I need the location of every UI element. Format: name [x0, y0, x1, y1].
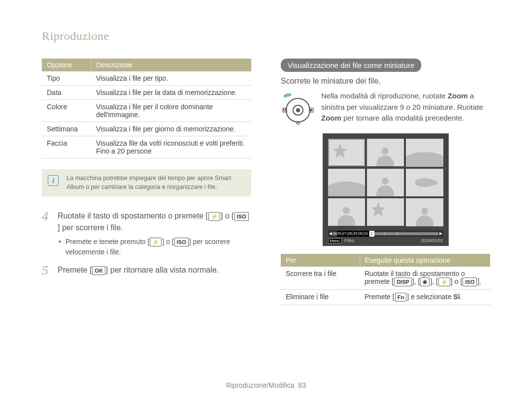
- flash-key-icon: ⚡: [438, 278, 450, 286]
- step4-sub-pre: Premete e tenete premuto [: [66, 238, 149, 246]
- r2-post: .: [460, 293, 462, 301]
- timeline-left-arrow-icon: ◀: [328, 231, 333, 236]
- thumbnail: [328, 139, 365, 166]
- thumbnails-intro: Scorrete le miniature dei file.: [281, 77, 490, 86]
- iso-key-icon: ISO: [234, 212, 249, 221]
- table-row: Settimana Visualizza i file per giorno d…: [42, 122, 251, 136]
- step-4: 4 Ruotate il tasto di spostamento o prem…: [42, 210, 251, 257]
- thumbnail: [406, 139, 443, 167]
- action-do-delete: Premete [Fn] e selezionate Sì.: [360, 289, 490, 305]
- two-column-layout: Opzione Descrizione Tipo Visualizza i fi…: [42, 59, 490, 305]
- timeline-tick: 31: [364, 231, 369, 237]
- options-table: Opzione Descrizione Tipo Visualizza i fi…: [42, 59, 251, 158]
- iso-key-icon: ISO: [463, 278, 477, 286]
- macro-key-icon: ❀: [420, 278, 430, 286]
- note-icon: i: [48, 175, 59, 186]
- opt-tipo: Tipo: [42, 71, 91, 86]
- thumbnails-heading-pill: Visualizzazione dei file come miniature: [281, 59, 421, 72]
- timeline-tick: 26: [337, 231, 342, 237]
- left-column: Opzione Descrizione Tipo Visualizza i fi…: [42, 59, 251, 305]
- footer-page-number: 83: [298, 381, 306, 389]
- action-per-delete: Eliminare i file: [281, 289, 360, 305]
- flash-key-icon: ⚡: [208, 212, 220, 221]
- thumbnail: [367, 198, 404, 226]
- opt-colore: Colore: [42, 100, 91, 122]
- thumbnail-grid: [328, 139, 443, 226]
- actions-head-do: Eseguite questa operazione: [360, 254, 490, 267]
- r2-si: Sì: [453, 293, 460, 301]
- opt-data: Data: [42, 86, 91, 100]
- ok-key-icon: OK: [92, 266, 105, 275]
- r1-post: ].: [477, 278, 481, 285]
- zoom-row: Nella modalità di riproduzione, ruotate …: [281, 91, 490, 126]
- table-row: Scorrere tra i file Ruotate il tasto di …: [281, 267, 490, 290]
- desc-faccia: Visualizza file da volti riconosciuti e …: [91, 136, 251, 158]
- opt-settimana: Settimana: [42, 122, 91, 136]
- menu-button-icon: Menu: [328, 238, 342, 244]
- camera-screen-preview: ◀ ▶ 26 27 28 29 30 31 1 2 3 Menu: [323, 133, 449, 246]
- timeline-bar: ◀ ▶ 26 27 28 29 30 31 1 2 3: [328, 230, 443, 237]
- timeline-tick: 30: [359, 231, 364, 237]
- thumbnail: [406, 169, 443, 197]
- thumbnail: [328, 169, 365, 196]
- step-5: 5 Premete [OK] per ritornare alla vista …: [42, 264, 251, 277]
- footer-label: Riproduzione/Modifica: [226, 381, 295, 389]
- svg-point-2: [296, 108, 300, 112]
- step4-sub: Premete e tenete premuto [⚡] o [ISO] per…: [58, 237, 251, 257]
- iso-key-icon: ISO: [174, 238, 189, 247]
- thumbnail: [367, 169, 404, 196]
- flash-key-icon: ⚡: [150, 238, 162, 247]
- step4-text-post: ] per scorrere i file.: [58, 223, 123, 232]
- r1-mid2: ], [: [430, 278, 438, 285]
- zoom-instruction: Nella modalità di riproduzione, ruotate …: [321, 91, 490, 124]
- step4-text-pre: Ruotate il tasto di spostamento o premet…: [58, 212, 208, 220]
- desc-tipo: Visualizza i file per tipo.: [91, 71, 251, 86]
- options-head-descrizione: Descrizione: [91, 59, 251, 71]
- desc-colore: Visualizza i file per il colore dominant…: [91, 100, 251, 122]
- page-footer: Riproduzione/Modifica 83: [0, 381, 532, 389]
- steps-list: 4 Ruotate il tasto di spostamento o prem…: [42, 210, 251, 277]
- timeline-tick: 29: [353, 231, 358, 237]
- actions-table: Per Eseguite questa operazione Scorrere …: [281, 254, 490, 306]
- step-body: Ruotate il tasto di spostamento o premet…: [58, 210, 251, 257]
- screen-date: 2010/01/01: [421, 238, 443, 243]
- timeline-tick: 2: [375, 231, 395, 237]
- svg-rect-9: [310, 109, 312, 111]
- section-title: Riproduzione: [42, 30, 490, 43]
- svg-rect-5: [285, 109, 286, 110]
- timeline-ticks: 26 27 28 29 30 31 1 2 3: [337, 231, 400, 237]
- timeline-tick-active: 1: [369, 231, 374, 237]
- svg-rect-7: [285, 110, 286, 111]
- desc-settimana: Visualizza i file per giorno di memorizz…: [91, 122, 251, 136]
- r2-pre: Premete [: [365, 293, 395, 301]
- right-column: Visualizzazione dei file come miniature …: [281, 59, 490, 305]
- zoom-b1: Zoom: [448, 92, 468, 100]
- action-do-scroll: Ruotate il tasto di spostamento o premet…: [360, 267, 490, 290]
- filter-label: Filtro: [344, 238, 354, 243]
- table-row: Faccia Visualizza file da volti riconosc…: [42, 136, 251, 158]
- disp-key-icon: DISP: [394, 278, 412, 286]
- timeline-tick: 28: [348, 231, 353, 237]
- timeline-right-arrow-icon: ▶: [438, 231, 443, 236]
- step5-text-post: ] per ritornare alla vista normale.: [106, 266, 219, 274]
- note-text: La macchina potrebbe impiegare del tempo…: [66, 175, 231, 190]
- step-number: 4: [42, 210, 53, 257]
- table-row: Colore Visualizza i file per il colore d…: [42, 100, 251, 122]
- svg-rect-4: [283, 109, 284, 110]
- svg-rect-6: [283, 110, 284, 111]
- table-row: Tipo Visualizza i file per tipo.: [42, 71, 251, 86]
- zoom-p1: Nella modalità di riproduzione, ruotate: [321, 92, 448, 100]
- desc-data: Visualizza i file per la data di memoriz…: [91, 86, 251, 100]
- table-row: Data Visualizza i file per la data di me…: [42, 86, 251, 100]
- timeline-tick: 27: [342, 231, 347, 237]
- thumbnail: [328, 198, 365, 226]
- options-head-opzione: Opzione: [42, 59, 91, 71]
- r2-mid: ] e selezionate: [407, 293, 453, 301]
- step-number: 5: [42, 264, 53, 277]
- zoom-dial-icon: [281, 91, 315, 126]
- note-box: i La macchina potrebbe impiegare del tem…: [42, 169, 251, 196]
- thumbnail: [406, 198, 443, 226]
- step4-sub-mid: ] o [: [162, 238, 173, 246]
- r1-mid1: ], [: [412, 278, 420, 285]
- table-row: Eliminare i file Premete [Fn] e selezion…: [281, 289, 490, 305]
